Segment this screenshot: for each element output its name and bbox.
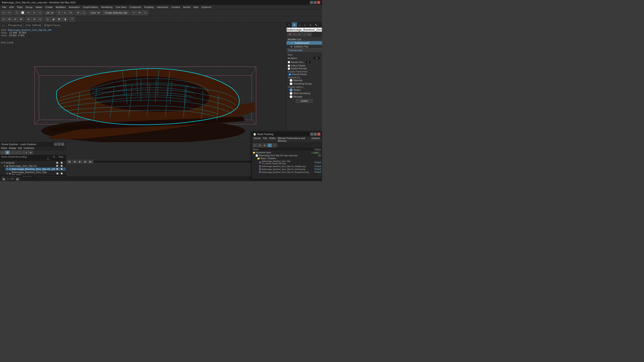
tb2-btn1[interactable]: ⊡ xyxy=(1,17,6,22)
at-menu-file[interactable]: File xyxy=(262,136,268,142)
explicit-normals-check[interactable] xyxy=(288,68,290,70)
anim-prev[interactable]: ◀ xyxy=(72,160,77,164)
anim-next[interactable]: ▶ xyxy=(83,160,88,164)
percent-snap-button[interactable]: % xyxy=(68,10,73,15)
mirror-button[interactable]: ⬡ xyxy=(81,10,86,15)
angle-snap-button[interactable]: ∠ xyxy=(62,10,68,15)
render-setup-button[interactable]: ⚙ xyxy=(137,10,142,15)
se-tb-lock[interactable]: 🔒 xyxy=(5,150,10,154)
at-maximize[interactable]: □ xyxy=(314,132,317,136)
at-minimize[interactable]: ─ xyxy=(310,132,313,136)
smoothing-groups-radio[interactable] xyxy=(290,82,292,85)
panel-icon-del[interactable]: ✕ xyxy=(297,32,302,36)
se-tb-right[interactable]: ▶ xyxy=(28,150,33,154)
at-tb-btn1[interactable]: ⬡ xyxy=(253,143,257,147)
se-tb-add[interactable]: + xyxy=(14,150,19,154)
menu-item-file[interactable]: File xyxy=(1,5,8,9)
iterations-input[interactable] xyxy=(313,56,321,60)
tb2-btn5[interactable]: ⊕ xyxy=(26,17,31,22)
at-tb-btn2[interactable]: ⊞ xyxy=(258,143,262,147)
select-button[interactable]: ⬡ xyxy=(14,10,20,15)
menu-item-interactive[interactable]: Interactive xyxy=(156,5,170,9)
undo-button[interactable]: ↩ xyxy=(1,10,6,15)
tb2-btn7[interactable]: ⊙ xyxy=(37,17,43,22)
at-item-maps[interactable]: 📁 Maps / Shaders xyxy=(256,157,322,160)
tb2-btn11[interactable]: ◨ xyxy=(62,17,68,22)
scale-button[interactable]: ⬡ xyxy=(37,10,43,15)
snap-button[interactable]: S xyxy=(56,10,62,15)
menu-item-arnold[interactable]: Arnold xyxy=(182,5,192,9)
rotate-button[interactable]: ↻ xyxy=(32,10,37,15)
se-close[interactable]: ✕ xyxy=(61,143,64,146)
anim-end[interactable]: ▶| xyxy=(88,160,93,164)
modify-tab[interactable]: ⚙ xyxy=(292,22,297,27)
menu-item-rendering[interactable]: Rendering xyxy=(100,5,114,9)
at-item-tex4[interactable]: 🖼 Balenciaga_Barefoot_Zero_Slip-On_Rough… xyxy=(252,170,322,174)
tb2-btn3[interactable]: ⊟ xyxy=(12,17,18,22)
select-region-button[interactable]: ⬜ xyxy=(20,10,25,15)
se-menu-select[interactable]: Select xyxy=(1,147,7,149)
object-name-field[interactable] xyxy=(286,28,322,32)
menu-item-help[interactable]: Help xyxy=(192,5,200,9)
menu-item-scripting[interactable]: Scripting xyxy=(143,5,155,9)
menu-item-customize[interactable]: Customize xyxy=(128,5,142,9)
at-item-vault[interactable]: 📁 Autodesk Vault Logged... xyxy=(252,151,322,154)
menu-item-explorex[interactable]: ExploreX xyxy=(200,5,213,9)
menu-item-graph-editors[interactable]: Graph Editors xyxy=(82,5,100,9)
menu-item-edit[interactable]: Edit xyxy=(8,5,15,9)
create-selection-set-button[interactable]: Create Selection Set xyxy=(103,10,129,15)
tree-item-shoe-group[interactable]: 👁 ◆ Balenciaga_Zero_Slip-On 🔲 🔲 xyxy=(3,164,66,168)
se-tb-sort[interactable]: ↕ xyxy=(10,150,14,154)
tb2-btn10[interactable]: ◩ xyxy=(56,17,62,22)
view-dropdown[interactable]: View xyxy=(88,10,100,15)
menu-item-animation[interactable]: Animation xyxy=(68,5,81,9)
at-item-tex1[interactable]: 🖼 Balenciaga_Barefoot_Zero_Slip-On_Brown… xyxy=(252,160,322,165)
move-button[interactable]: ✛ xyxy=(26,10,31,15)
tb2-btn9[interactable]: ◪ xyxy=(50,17,56,22)
status-prev-btn[interactable]: ◀ xyxy=(2,178,5,181)
se-menu-customize[interactable]: Customize xyxy=(24,147,34,149)
align-button[interactable]: ⊕ xyxy=(75,10,81,15)
menu-item-create[interactable]: Create xyxy=(44,5,54,9)
menu-item-content[interactable]: Content xyxy=(170,5,181,9)
turbos-mooth-header[interactable]: TurboSmooth xyxy=(286,48,322,52)
tb2-btn2[interactable]: ⊞ xyxy=(7,17,12,22)
update-button[interactable]: Update xyxy=(296,99,312,103)
status-next-btn[interactable]: ▶ xyxy=(16,178,20,181)
tb2-help[interactable]: ? xyxy=(70,17,75,22)
at-item-tex3[interactable]: 🖼 Balenciaga_Barefoot_Zero_Slip-On_Norma… xyxy=(252,168,322,170)
tree-item-left-shoe[interactable]: 👁 ▣ Balenciaga_Barefoot_Zero_Slip-On_lef… xyxy=(5,168,66,170)
menu-item-group[interactable]: Group xyxy=(24,5,34,9)
display-tab[interactable]: ◎ xyxy=(308,22,313,27)
at-tb-btn5[interactable]: ? xyxy=(272,143,277,147)
panel-icon-cfg[interactable]: ⚙ xyxy=(307,32,312,36)
redo-button[interactable]: ↪ xyxy=(7,10,12,15)
layers-button[interactable]: ≡ xyxy=(131,10,137,15)
panel-icon-up[interactable]: ↑ xyxy=(302,32,306,36)
maximize-button[interactable]: □ xyxy=(314,1,317,4)
materials-radio[interactable] xyxy=(290,79,292,82)
utilities-tab[interactable]: 🔧 xyxy=(313,22,319,27)
at-menu-options[interactable]: Options xyxy=(310,136,321,142)
render-button[interactable]: ▷ xyxy=(143,10,148,15)
menu-item-views[interactable]: Views xyxy=(34,5,44,9)
tree-item-right-shoe[interactable]: 👁 ▣ Balenciaga_Barefoot_Zero_Slip-On_rig… xyxy=(5,170,66,175)
se-tb-filter[interactable]: ⬡ xyxy=(0,150,5,154)
manually-radio[interactable] xyxy=(290,95,292,98)
at-menu-paths[interactable]: Paths xyxy=(268,136,276,142)
panel-icon-pin[interactable]: 📌 xyxy=(287,32,292,36)
tb2-btn8[interactable]: ◫ xyxy=(45,17,50,22)
modifier-editable-poly[interactable]: ▶ Editable Poly xyxy=(286,45,322,48)
se-maximize[interactable]: □ xyxy=(58,143,61,146)
filter-dropdown[interactable]: All xyxy=(45,10,54,15)
at-item-tex2[interactable]: 🖼 Balenciaga_Barefoot_Zero_Slip-On_Metal… xyxy=(252,165,322,168)
se-tb-up2[interactable]: ▲ xyxy=(24,150,28,154)
minimize-button[interactable]: ─ xyxy=(310,1,313,4)
hierarchy-tab[interactable]: △ xyxy=(297,22,302,27)
at-tb-btn3[interactable]: ⊠ xyxy=(262,143,267,147)
render-iters-check[interactable] xyxy=(288,61,290,63)
motion-tab[interactable]: ▷ xyxy=(302,22,308,27)
se-minimize[interactable]: ─ xyxy=(54,143,57,146)
menu-item-modifiers[interactable]: Modifiers xyxy=(54,5,67,9)
anim-start[interactable]: |◀ xyxy=(67,160,71,164)
